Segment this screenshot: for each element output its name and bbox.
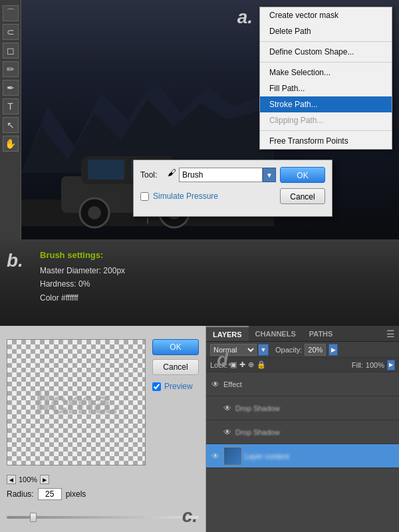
layer-item-selected[interactable]: 👁 Layer content	[206, 444, 399, 468]
fill-label: Fill:	[352, 361, 363, 369]
tool-label: Tool:	[140, 170, 164, 180]
lock-image-icon[interactable]: ✚	[239, 360, 245, 369]
opacity-label: Opacity:	[275, 346, 302, 354]
tab-layers[interactable]: LAYERS	[206, 326, 249, 341]
menu-item-delete-path[interactable]: Delete Path	[260, 23, 392, 39]
layer-list: 👁 Effect 👁 Drop Shadow 👁 Drop Shadow 👁 L…	[206, 372, 399, 468]
preview-label: Preview	[164, 382, 193, 391]
simulate-pressure-checkbox[interactable]	[140, 192, 149, 201]
section-d: LAYERS CHANNELS PATHS ☰ Normal ▼ Opacity…	[206, 326, 399, 532]
section-label-d: d.	[217, 349, 233, 370]
radius-slider-track[interactable]	[7, 516, 199, 519]
radius-slider-row	[7, 516, 199, 519]
zoom-out-button[interactable]: ◄	[7, 475, 16, 484]
layers-header: LAYERS CHANNELS PATHS ☰	[206, 326, 399, 342]
layer-item-drop-shadow-1[interactable]: 👁 Drop Shadow	[206, 396, 399, 420]
simulate-pressure-label: Simulate Pressure	[153, 192, 218, 201]
opacity-arrow[interactable]: ▶	[329, 344, 338, 356]
tool-select-arrow[interactable]: ▼	[263, 168, 276, 182]
tool-select-wrapper: 🖌 Brush ▼	[168, 168, 276, 182]
tab-channels[interactable]: CHANNELS	[249, 326, 303, 341]
stroke-cancel-button[interactable]: Cancel	[280, 188, 325, 204]
menu-item-create-vector-mask[interactable]: Create vector mask	[260, 7, 392, 23]
section-a: ⌒ ⊂ ◻ ✏ ✒ T ↖ ✋ a. Create vector mask De…	[0, 0, 399, 239]
svg-rect-5	[88, 160, 124, 180]
radius-row: Radius: pixels	[7, 488, 199, 500]
layer-name-selected: Layer content	[245, 452, 395, 460]
menu-item-make-selection[interactable]: Make Selection...	[260, 65, 392, 80]
stroke-ok-button[interactable]: OK	[280, 167, 325, 183]
layer-eye-selected[interactable]: 👁	[210, 451, 221, 462]
layer-eye-drop-shadow-1[interactable]: 👁	[222, 403, 233, 414]
brush-tool[interactable]: ✏	[3, 61, 19, 77]
brush-diameter: Master Diameter: 200px	[40, 264, 379, 277]
fill-arrow[interactable]: ▶	[387, 360, 395, 370]
preview-check-row: Preview	[152, 382, 199, 391]
radius-label: Radius:	[7, 489, 34, 499]
feather-ok-button[interactable]: OK	[152, 339, 199, 355]
zoom-in-button[interactable]: ►	[40, 475, 49, 484]
feather-cancel-button[interactable]: Cancel	[152, 359, 199, 375]
fill-value: 100%	[366, 361, 384, 369]
lasso-tool[interactable]: ⌒	[3, 5, 19, 21]
radius-input[interactable]	[38, 488, 62, 500]
section-label-a: a.	[237, 7, 253, 28]
radius-slider-thumb[interactable]	[30, 513, 37, 522]
section-bottom: llcma. OK Cancel Preview ◄ 100% ► Radius…	[0, 326, 399, 532]
feather-preview: llcma.	[7, 339, 146, 466]
opacity-input[interactable]	[305, 344, 326, 356]
lock-row: Lock: ▣ ✚ ⊕ 🔒 Fill: 100% ▶	[206, 358, 399, 372]
menu-item-clipping-path: Clipping Path...	[260, 112, 392, 128]
layer-thumb-selected	[223, 447, 242, 466]
menu-separator-2	[260, 62, 392, 63]
ps-toolbar: ⌒ ⊂ ◻ ✏ ✒ T ↖ ✋	[0, 0, 21, 239]
layer-item-drop-shadow-2[interactable]: 👁 Drop Shadow	[206, 420, 399, 444]
hand-tool[interactable]: ✋	[3, 136, 19, 152]
preview-checkbox[interactable]	[152, 382, 161, 391]
section-b: b. Brush settings: Master Diameter: 200p…	[0, 239, 399, 326]
arrow-tool[interactable]: ↖	[3, 117, 19, 133]
feather-preview-text: llcma.	[35, 384, 117, 421]
zoom-bar: ◄ 100% ►	[7, 475, 146, 484]
brush-settings-title: Brush settings:	[40, 250, 379, 260]
stroke-path-dialog: Tool: 🖌 Brush ▼ OK Simulate Pressure Can…	[133, 160, 332, 217]
feather-panel-buttons: OK Cancel Preview	[152, 339, 199, 391]
radius-unit: pixels	[66, 489, 86, 499]
eraser-tool[interactable]: ◻	[3, 43, 19, 59]
zoom-value: 100%	[19, 475, 37, 483]
menu-separator-1	[260, 41, 392, 42]
layer-item-effect[interactable]: 👁 Effect	[206, 372, 399, 396]
tool-select[interactable]: Brush	[179, 168, 263, 182]
menu-separator-3	[260, 130, 392, 131]
text-tool[interactable]: T	[3, 98, 19, 114]
svg-point-8	[88, 206, 101, 219]
layer-name-drop-shadow-2: Drop Shadow	[235, 428, 395, 436]
section-c: llcma. OK Cancel Preview ◄ 100% ► Radius…	[0, 326, 206, 532]
layer-eye-effect[interactable]: 👁	[210, 379, 221, 390]
section-label-c: c.	[182, 505, 198, 527]
layer-name-effect: Effect	[223, 380, 395, 388]
blend-mode-arrow[interactable]: ▼	[258, 344, 269, 356]
lock-all-icon[interactable]: 🔒	[257, 360, 266, 369]
layer-name-drop-shadow-1: Drop Shadow	[235, 404, 395, 412]
section-label-b: b.	[7, 250, 23, 271]
menu-item-fill-path[interactable]: Fill Path...	[260, 80, 392, 96]
menu-item-stroke-path[interactable]: Stroke Path...	[260, 96, 392, 112]
lasso2-tool[interactable]: ⊂	[3, 24, 19, 40]
menu-item-define-custom-shape[interactable]: Define Custom Shape...	[260, 44, 392, 60]
lock-position-icon[interactable]: ⊕	[248, 360, 254, 369]
layers-controls: Normal ▼ Opacity: ▶	[206, 342, 399, 358]
brush-color: Color #ffffff	[40, 291, 379, 305]
layer-eye-drop-shadow-2[interactable]: 👁	[222, 427, 233, 438]
brush-hardness: Hardness: 0%	[40, 277, 379, 291]
layers-options-icon[interactable]: ☰	[386, 329, 395, 339]
pen-tool[interactable]: ✒	[3, 80, 19, 96]
context-menu: Create vector mask Delete Path Define Cu…	[259, 7, 392, 150]
tab-paths[interactable]: PATHS	[303, 326, 340, 341]
menu-item-free-transform[interactable]: Free Transform Points	[260, 133, 392, 149]
